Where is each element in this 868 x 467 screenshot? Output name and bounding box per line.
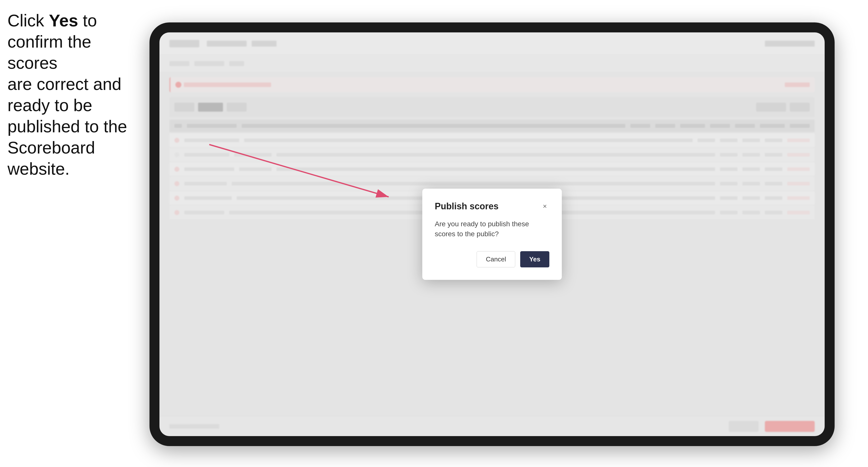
- instruction-text: Click Yes toconfirm the scoresare correc…: [7, 10, 137, 180]
- publish-scores-modal: Publish scores × Are you ready to publis…: [422, 189, 562, 280]
- instruction-bold: Yes: [49, 11, 78, 30]
- modal-title: Publish scores: [435, 201, 498, 212]
- tablet-screen: Publish scores × Are you ready to publis…: [159, 32, 825, 436]
- modal-header: Publish scores ×: [435, 201, 549, 212]
- modal-overlay: Publish scores × Are you ready to publis…: [159, 32, 825, 436]
- yes-button[interactable]: Yes: [520, 251, 549, 268]
- close-icon[interactable]: ×: [540, 202, 549, 211]
- modal-footer: Cancel Yes: [435, 251, 549, 268]
- tablet-device: Publish scores × Are you ready to publis…: [150, 23, 835, 446]
- cancel-button[interactable]: Cancel: [476, 251, 515, 268]
- modal-body-text: Are you ready to publish these scores to…: [435, 219, 549, 239]
